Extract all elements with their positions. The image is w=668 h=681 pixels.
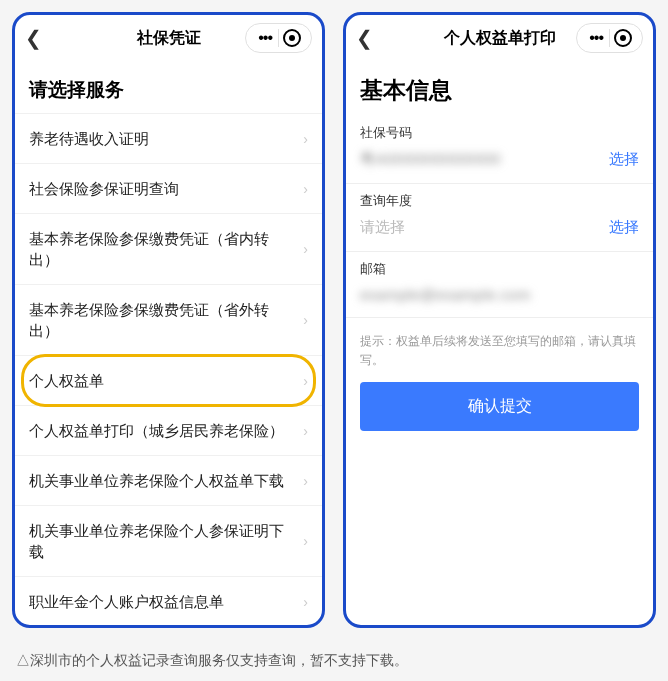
chevron-right-icon: › bbox=[303, 241, 308, 257]
service-list: 养老待遇收入证明›社会保险参保证明查询›基本养老保险参保缴费凭证（省内转出）›基… bbox=[15, 113, 322, 627]
target-icon[interactable] bbox=[283, 29, 301, 47]
list-item-label: 个人权益单打印（城乡居民养老保险） bbox=[29, 420, 297, 441]
list-item-label: 机关事业单位养老保险个人参保证明下载 bbox=[29, 520, 297, 562]
nav-divider bbox=[609, 29, 610, 47]
nav-capsule: ••• bbox=[576, 23, 643, 53]
list-item-label: 社会保险参保证明查询 bbox=[29, 178, 297, 199]
target-icon[interactable] bbox=[614, 29, 632, 47]
list-item[interactable]: 社会保险参保证明查询› bbox=[15, 164, 322, 214]
field-label: 社保号码 bbox=[360, 124, 639, 142]
chevron-right-icon: › bbox=[303, 181, 308, 197]
form-hint: 提示：权益单后续将发送至您填写的邮箱，请认真填写。 bbox=[346, 318, 653, 382]
nav-right-right: ••• bbox=[576, 23, 643, 53]
chevron-right-icon: › bbox=[303, 312, 308, 328]
back-icon[interactable]: ❮ bbox=[25, 26, 49, 50]
list-item-label: 基本养老保险参保缴费凭证（省外转出） bbox=[29, 299, 297, 341]
list-item-label: 职业年金个人账户权益信息单 bbox=[29, 591, 297, 612]
list-item[interactable]: 机关事业单位养老保险个人权益单下载› bbox=[15, 456, 322, 506]
field-label: 查询年度 bbox=[360, 192, 639, 210]
list-item[interactable]: 基本养老保险参保缴费凭证（省外转出）› bbox=[15, 285, 322, 356]
field-email: 邮箱 example@example.com bbox=[346, 252, 653, 318]
footnote: △深圳市的个人权益记录查询服务仅支持查询，暂不支持下载。 bbox=[12, 652, 656, 670]
select-action[interactable]: 选择 bbox=[609, 218, 639, 237]
list-item-label: 个人权益单 bbox=[29, 370, 297, 391]
list-item-label: 机关事业单位养老保险个人权益单下载 bbox=[29, 470, 297, 491]
page-title-left: 社保凭证 bbox=[137, 28, 201, 49]
chevron-right-icon: › bbox=[303, 131, 308, 147]
chevron-right-icon: › bbox=[303, 423, 308, 439]
field-year: 查询年度 请选择 选择 bbox=[346, 184, 653, 252]
email-value[interactable]: example@example.com bbox=[360, 286, 531, 303]
phone-left: ❮ 社保凭证 ••• 请选择服务 养老待遇收入证明›社会保险参保证明查询›基本养… bbox=[12, 12, 325, 628]
form-section-title: 基本信息 bbox=[346, 61, 653, 116]
chevron-right-icon: › bbox=[303, 373, 308, 389]
list-item[interactable]: 职业年金个人账户权益信息单› bbox=[15, 577, 322, 627]
more-icon[interactable]: ••• bbox=[252, 29, 278, 47]
back-icon[interactable]: ❮ bbox=[356, 26, 380, 50]
nav-capsule: ••• bbox=[245, 23, 312, 53]
select-action[interactable]: 选择 bbox=[609, 150, 639, 169]
list-item-label: 基本养老保险参保缴费凭证（省内转出） bbox=[29, 228, 297, 270]
list-item[interactable]: 基本养老保险参保缴费凭证（省内转出）› bbox=[15, 214, 322, 285]
chevron-right-icon: › bbox=[303, 473, 308, 489]
list-item[interactable]: 个人权益单打印（城乡居民养老保险）› bbox=[15, 406, 322, 456]
chevron-right-icon: › bbox=[303, 533, 308, 549]
submit-button[interactable]: 确认提交 bbox=[360, 382, 639, 431]
social-number-value: 粤A0000000000000 bbox=[360, 150, 501, 169]
section-title-left: 请选择服务 bbox=[15, 61, 322, 113]
navbar-left: ❮ 社保凭证 ••• bbox=[15, 15, 322, 61]
year-placeholder[interactable]: 请选择 bbox=[360, 218, 405, 237]
list-item[interactable]: 个人权益单› bbox=[15, 356, 322, 406]
phone-right: ❮ 个人权益单打印 ••• 基本信息 社保号码 粤A0000000000000 … bbox=[343, 12, 656, 628]
chevron-right-icon: › bbox=[303, 594, 308, 610]
field-social-number: 社保号码 粤A0000000000000 选择 bbox=[346, 116, 653, 184]
nav-right-left: ••• bbox=[245, 23, 312, 53]
list-item[interactable]: 养老待遇收入证明› bbox=[15, 113, 322, 164]
more-icon[interactable]: ••• bbox=[583, 29, 609, 47]
list-item-label: 养老待遇收入证明 bbox=[29, 128, 297, 149]
navbar-right: ❮ 个人权益单打印 ••• bbox=[346, 15, 653, 61]
nav-divider bbox=[278, 29, 279, 47]
list-item[interactable]: 机关事业单位养老保险个人参保证明下载› bbox=[15, 506, 322, 577]
field-label: 邮箱 bbox=[360, 260, 639, 278]
page-title-right: 个人权益单打印 bbox=[444, 28, 556, 49]
